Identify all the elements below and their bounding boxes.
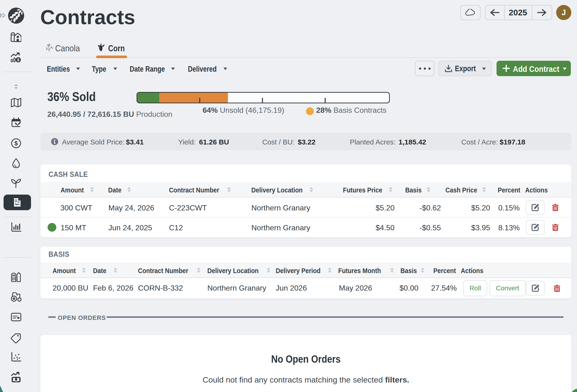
svg-text:$: $ [17, 58, 19, 62]
svg-text:$: $ [14, 140, 18, 147]
